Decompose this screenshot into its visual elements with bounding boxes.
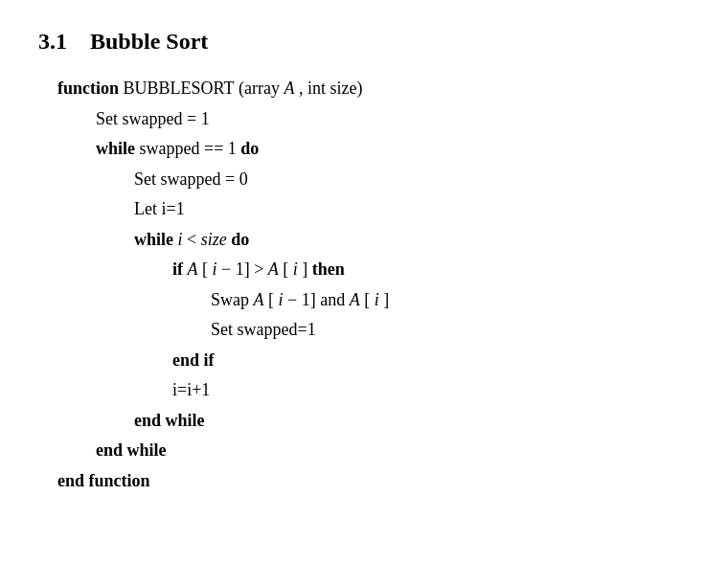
swap-line: Swap A [ i − 1] and A [ i ] [57, 285, 690, 316]
param-rest: , int size) [299, 79, 362, 98]
set-swapped-0-text: Set swapped = 0 [134, 169, 248, 189]
end-while-inner-line: end while [57, 406, 690, 437]
swap-i2: i [375, 290, 379, 309]
swap-b1: [ [268, 290, 274, 309]
end-function-text: end function [57, 471, 150, 490]
function-declaration-line: function BUBBLESORT (array A , int size) [57, 74, 690, 104]
i-incr-line: i=i+1 [57, 375, 690, 406]
while-outer-keyword: while [96, 139, 135, 158]
if-line: if A [ i − 1] > A [ i ] then [57, 255, 690, 285]
set-swapped-inner-line: Set swapped=1 [57, 315, 690, 346]
while-inner-line: while i < size do [57, 225, 690, 256]
swap-b2: [ [364, 290, 370, 309]
set-swapped-1-text: Set swapped = 1 [96, 109, 210, 128]
set-swapped-inner-text: Set swapped=1 [211, 320, 316, 339]
i-incr-text: i=i+1 [172, 380, 210, 399]
while-inner-do: do [231, 230, 249, 249]
if-keyword: if [172, 259, 183, 279]
let-i-text: Let i=1 [134, 199, 185, 218]
function-params-open: (array [239, 79, 284, 98]
set-swapped-0-line: Set swapped = 0 [57, 165, 690, 195]
section-title: 3.1 Bubble Sort [38, 29, 690, 55]
function-name: BUBBLESORT [124, 79, 235, 98]
while-inner-lt: < [187, 230, 201, 249]
if-bracket2: [ [283, 259, 288, 279]
end-if-line: end if [57, 346, 690, 376]
while-inner-keyword: while [134, 230, 173, 249]
while-inner-size: size [201, 230, 227, 249]
swap-i1: i [279, 290, 284, 309]
end-function-line: end function [57, 466, 690, 497]
swap-A1: A [254, 290, 264, 309]
end-if-text: end if [172, 350, 215, 370]
function-keyword: function [57, 79, 119, 98]
end-while-inner-text: end while [134, 411, 205, 430]
end-while-outer-text: end while [96, 440, 167, 460]
swap-text: Swap [211, 290, 254, 309]
section-number: 3.1 [38, 29, 67, 54]
while-outer-line: while swapped == 1 do [57, 134, 690, 165]
page: 3.1 Bubble Sort function BUBBLESORT (arr… [0, 0, 728, 525]
if-then-keyword: then [312, 259, 345, 279]
if-A2: A [268, 259, 279, 279]
section-heading: Bubble Sort [90, 29, 208, 54]
if-minus: − 1] > [221, 259, 268, 279]
swap-close: ] [383, 290, 389, 309]
if-close: ] [302, 259, 307, 279]
if-i2: i [293, 259, 298, 279]
algorithm-block: function BUBBLESORT (array A , int size)… [38, 74, 690, 496]
while-outer-cond: swapped == 1 [140, 139, 241, 158]
let-i-line: Let i=1 [57, 194, 690, 225]
while-inner-i: i [178, 230, 183, 249]
swap-A2: A [350, 290, 360, 309]
param-A: A [284, 79, 294, 98]
set-swapped-1-line: Set swapped = 1 [57, 104, 690, 135]
if-i1: i [213, 259, 217, 279]
swap-mid: − 1] and [287, 290, 350, 309]
if-bracket1: [ [202, 259, 208, 279]
while-outer-do: do [240, 139, 259, 158]
end-while-outer-line: end while [57, 436, 690, 466]
if-A1: A [188, 259, 198, 279]
